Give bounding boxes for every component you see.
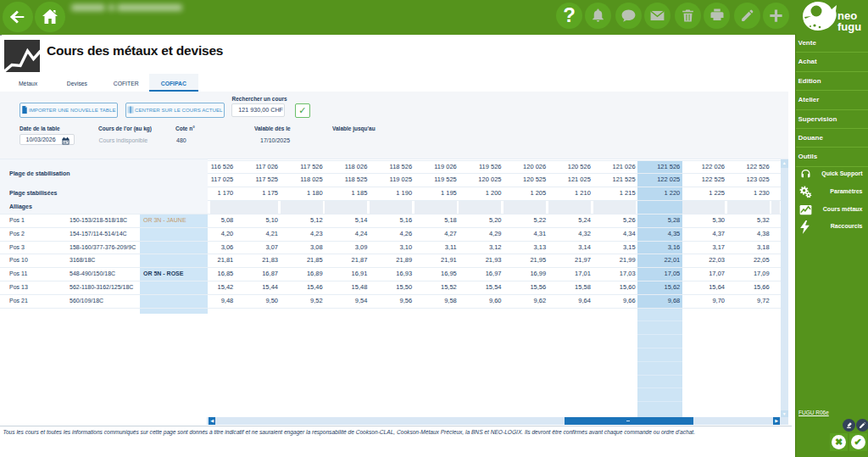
svg-text:fugu: fugu: [837, 20, 861, 33]
